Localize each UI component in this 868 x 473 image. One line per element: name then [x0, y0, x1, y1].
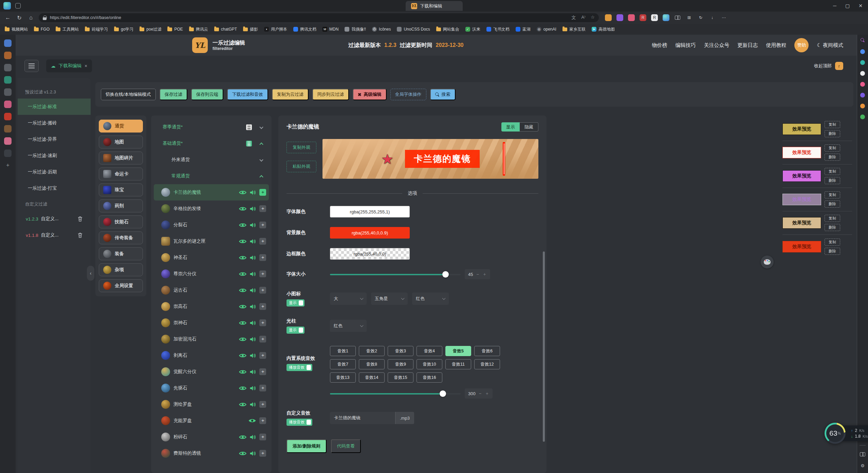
bookmark[interactable]: MMDN	[322, 27, 338, 32]
global-font-button[interactable]: 全局字体操作	[390, 89, 426, 100]
add-rule-icon[interactable]: ＋	[259, 189, 266, 196]
address-bar[interactable]: https://edit.filtereditor.cn/#/base/onli…	[39, 13, 599, 22]
maximize-icon[interactable]: ▢	[845, 3, 850, 8]
sound-icon[interactable]	[250, 451, 256, 456]
downloads-icon[interactable]: ↓	[709, 14, 716, 21]
sidebar-search-icon[interactable]	[861, 38, 865, 43]
tree-item[interactable]: 粉碎石 ＋	[154, 429, 269, 445]
beam-color-select[interactable]: 红色	[330, 320, 367, 332]
minimap-show-toggle[interactable]: 显示	[287, 299, 304, 306]
menu-button[interactable]	[24, 60, 39, 72]
copy-appearance-button[interactable]: 复制外观	[287, 142, 316, 153]
bookmark[interactable]: 蓝湖	[516, 27, 531, 32]
copilot-icon[interactable]	[663, 14, 669, 21]
home-icon[interactable]: ⌂	[27, 15, 35, 21]
preset-item[interactable]: 一乐过滤-速刷	[18, 147, 91, 164]
copy-to-cloud-button[interactable]: 复制为云过滤	[272, 89, 309, 100]
sponsor-button[interactable]: 赞助	[794, 38, 809, 52]
editor-scrollbar[interactable]	[543, 251, 545, 442]
effect-preview-button[interactable]: 效果预览	[782, 194, 821, 205]
add-rule-icon[interactable]: ＋	[259, 336, 266, 343]
visibility-icon[interactable]	[239, 239, 246, 244]
add-rule-icon[interactable]: ＋	[259, 450, 266, 457]
category-divination-cards[interactable]: 命运卡	[99, 168, 143, 180]
add-rule-icon[interactable]: ＋	[259, 287, 266, 294]
search-button[interactable]: 搜索	[430, 89, 456, 100]
category-map-fragments[interactable]: 地图碎片	[99, 152, 143, 164]
tree-item[interactable]: 瓦尔多的谜之匣 ＋	[154, 233, 269, 249]
close-icon[interactable]: ✕	[858, 3, 863, 8]
add-rule-icon[interactable]: ＋	[259, 270, 266, 277]
sidebar-app-icon[interactable]	[4, 76, 12, 84]
visibility-icon[interactable]	[239, 304, 246, 309]
category-equipment[interactable]: 装备	[99, 247, 143, 260]
sound-button[interactable]: 音效12	[474, 359, 500, 369]
bookmark[interactable]: ✓沃来	[465, 27, 480, 32]
tree-sub-regular[interactable]: 常规通货	[154, 168, 269, 184]
tree-item[interactable]: 觉醒六分仪 ＋	[154, 364, 269, 380]
hide-option[interactable]: 隐藏	[520, 122, 538, 132]
tree-item[interactable]: 神圣石 ＋	[154, 249, 269, 266]
collapse-top-button[interactable]: 收起顶部 r	[814, 62, 843, 70]
download-filter-button[interactable]: 下载过滤和音效	[227, 89, 268, 100]
visibility-icon[interactable]	[239, 386, 246, 391]
visibility-icon[interactable]	[239, 435, 246, 440]
chevron-down-icon[interactable]	[259, 158, 263, 161]
copy-style-button[interactable]: 复制	[825, 168, 840, 175]
minimap-size-select[interactable]: 大	[330, 293, 367, 305]
delete-style-button[interactable]: 删除	[825, 224, 840, 231]
add-rule-icon[interactable]: ＋	[259, 254, 266, 261]
browser-profile-icon[interactable]	[3, 2, 11, 10]
chevron-down-icon[interactable]	[259, 125, 263, 129]
list-icon[interactable]	[246, 124, 252, 130]
browser-tab[interactable]: YL 下载和编辑	[406, 1, 463, 11]
custom-filter-item[interactable]: v1.2.3 自定义...	[18, 211, 91, 227]
tree-item[interactable]: 先驱石 ＋	[154, 380, 269, 396]
sound-button[interactable]: 音效11	[445, 359, 471, 369]
sound-icon[interactable]	[250, 190, 256, 195]
delete-style-button[interactable]: 删除	[825, 200, 840, 208]
sound-button[interactable]: 音效3	[388, 346, 413, 356]
show-hide-toggle[interactable]: 显示 隐藏	[501, 122, 538, 132]
tree-item[interactable]: 分裂石 ＋	[154, 217, 269, 233]
plus-icon[interactable]: ＋	[485, 390, 489, 397]
add-rule-icon[interactable]: ＋	[259, 368, 266, 375]
bookmark[interactable]: ◗用户脚本	[264, 27, 287, 32]
bookmark[interactable]: 腾讯云	[189, 27, 208, 32]
visibility-icon[interactable]	[239, 206, 246, 211]
chevron-up-icon[interactable]	[259, 175, 263, 179]
sound-icon[interactable]	[250, 271, 256, 277]
add-sidebar-app-icon[interactable]: ＋	[5, 162, 11, 169]
minus-icon[interactable]: −	[479, 391, 482, 396]
minimap-shape-select[interactable]: 五角星	[371, 293, 408, 305]
tree-item[interactable]: 测绘罗盘 ＋	[154, 396, 269, 413]
sound-button[interactable]: 音效2	[359, 346, 385, 356]
sidebar-app-icon[interactable]	[4, 52, 12, 59]
effect-preview-button[interactable]: 效果预览	[782, 241, 821, 252]
add-delete-rule-button[interactable]: 添加/删除规则	[287, 439, 327, 453]
visibility-icon[interactable]	[239, 451, 246, 456]
tree-sub-foreign[interactable]: 外来通货	[154, 152, 269, 168]
save-filter-button[interactable]: 保存过滤	[160, 89, 187, 100]
font-size-slider[interactable]	[330, 271, 461, 278]
visibility-icon[interactable]	[239, 223, 246, 228]
delete-style-button[interactable]: 删除	[825, 248, 840, 255]
category-global-settings[interactable]: 全局设置	[99, 279, 143, 292]
tree-item[interactable]: 卡兰德的魔镜 ＋	[154, 184, 269, 200]
bookmark[interactable]: chatGPT	[214, 27, 237, 32]
sidebar-site-icon[interactable]	[860, 49, 865, 54]
tree-item[interactable]: 辛格拉的发缕 ＋	[154, 200, 269, 217]
visibility-icon[interactable]	[239, 369, 246, 374]
tree-item[interactable]: 剥离石 ＋	[154, 347, 269, 364]
bookmark[interactable]: UnoCSS Docs	[397, 27, 430, 32]
sound-icon[interactable]	[250, 255, 256, 261]
back-icon[interactable]: ←	[4, 15, 12, 21]
category-misc[interactable]: 杂项	[99, 263, 143, 276]
sidebar-app-icon[interactable]	[4, 101, 12, 108]
extension-icon-4[interactable]: R	[640, 14, 646, 21]
split-window-icon[interactable]	[860, 452, 865, 456]
minimize-icon[interactable]: ─	[833, 3, 836, 8]
sound-button[interactable]: 音效7	[330, 359, 356, 369]
history-icon[interactable]: ↻	[697, 14, 704, 21]
tree-item[interactable]: 加密混沌石 ＋	[154, 331, 269, 347]
